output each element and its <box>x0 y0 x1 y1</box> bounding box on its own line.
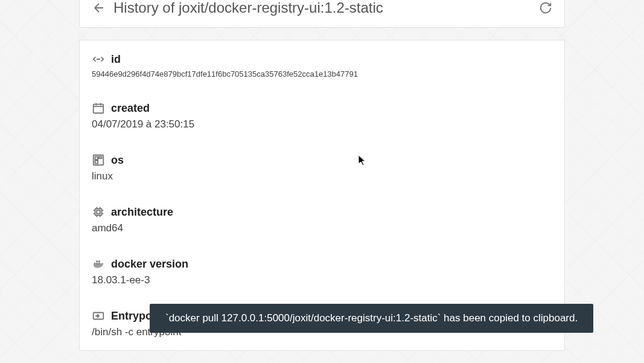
field-label: created <box>111 102 150 115</box>
calendar-icon <box>92 101 105 115</box>
svg-rect-8 <box>95 157 98 160</box>
svg-point-2 <box>99 59 100 60</box>
svg-rect-12 <box>97 210 100 214</box>
field-created: created 04/07/2019 à 23:50:15 <box>92 101 552 130</box>
main-container: History of joxit/docker-registry-ui:1.2-… <box>0 0 644 351</box>
field-architecture: architecture amd64 <box>92 205 552 234</box>
field-label: id <box>111 53 121 66</box>
field-value: 59446e9d296f4d74e879bcf17dfe11f6bc705135… <box>92 69 552 79</box>
docker-icon <box>92 257 105 271</box>
svg-point-0 <box>97 59 98 60</box>
field-value: amd64 <box>92 222 552 234</box>
chip-icon <box>92 205 105 219</box>
svg-rect-25 <box>98 261 100 263</box>
refresh-icon[interactable] <box>539 1 552 14</box>
field-label: os <box>111 154 124 167</box>
page-title: History of joxit/docker-registry-ui:1.2-… <box>113 0 644 16</box>
field-value: 04/07/2019 à 23:50:15 <box>92 118 552 130</box>
field-id: id 59446e9d296f4d74e879bcf17dfe11f6bc705… <box>92 53 552 79</box>
svg-rect-10 <box>95 161 98 164</box>
svg-rect-11 <box>95 209 102 216</box>
field-label: architecture <box>111 206 173 219</box>
field-value: 18.03.1-ee-3 <box>92 274 552 286</box>
svg-rect-24 <box>96 261 98 263</box>
code-icon <box>92 53 105 66</box>
field-docker-version: docker version 18.03.1-ee-3 <box>92 257 552 286</box>
field-label: docker version <box>111 258 188 271</box>
field-os: os linux <box>92 153 552 182</box>
toast-notification: `docker pull 127.0.0.1:5000/joxit/docker… <box>150 304 593 333</box>
back-arrow-icon[interactable] <box>92 1 106 15</box>
header-card: History of joxit/docker-registry-ui:1.2-… <box>79 0 565 28</box>
svg-rect-3 <box>94 104 104 114</box>
input-icon <box>92 309 105 323</box>
svg-rect-9 <box>99 157 102 159</box>
dashboard-icon <box>92 153 105 167</box>
svg-point-1 <box>98 59 99 60</box>
field-value: linux <box>92 170 552 182</box>
